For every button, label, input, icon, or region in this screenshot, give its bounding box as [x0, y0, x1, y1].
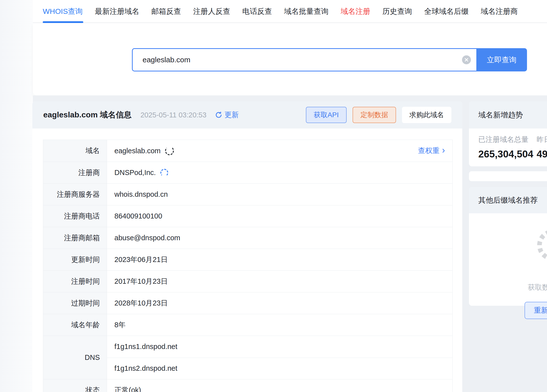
- tab-registrant-reverse[interactable]: 注册人反查: [193, 6, 230, 17]
- row-label: 注册时间: [43, 271, 107, 292]
- updated-date-value: 2023年06月21日: [107, 249, 452, 270]
- domain-age-value: 8年: [107, 314, 452, 336]
- row-label: 注册商: [43, 162, 107, 183]
- domain-info-header: eagleslab.com 域名信息 2025-05-11 03:20:53 更…: [32, 101, 462, 129]
- tab-history-query[interactable]: 历史查询: [382, 6, 412, 17]
- tab-email-reverse[interactable]: 邮箱反查: [151, 6, 181, 17]
- row-label: 注册商服务器: [43, 184, 107, 205]
- clear-input-icon[interactable]: [462, 55, 471, 64]
- chevron-right-icon: ›: [442, 146, 445, 155]
- registrar-phone-value: 864009100100: [107, 205, 452, 227]
- created-date-value: 2017年10月23日: [107, 271, 452, 292]
- dns-server-2: f1g1ns2.dnspod.net: [107, 358, 452, 379]
- check-weight-label: 查权重: [418, 146, 440, 156]
- table-row-registrar: 注册商 DNSPod,Inc.: [43, 162, 452, 183]
- domain-value: eagleslab.com: [114, 147, 161, 155]
- loading-spinner-icon: [165, 146, 174, 155]
- domain-trend-card: 域名新增趋势 已注册域名总量 265,304,504 昨日新增 49,: [469, 101, 547, 166]
- refresh-icon: [215, 111, 222, 119]
- row-label: DNS: [43, 336, 107, 379]
- registrar-email-value: abuse@dnspod.com: [107, 227, 452, 249]
- refresh-label: 更新: [225, 110, 239, 120]
- loading-spinner-icon: [160, 169, 168, 177]
- row-label: 更新时间: [43, 249, 107, 270]
- check-weight-link[interactable]: 查权重 ›: [418, 146, 445, 156]
- retry-fetch-button[interactable]: 重新获取: [525, 302, 547, 319]
- active-tab-underline: [43, 21, 83, 23]
- table-row-dns: DNS f1g1ns1.dnspod.net f1g1ns2.dnspod.ne…: [43, 336, 452, 379]
- row-label: 注册商邮箱: [43, 227, 107, 249]
- table-row-registrar-email: 注册商邮箱 abuse@dnspod.com: [43, 227, 452, 249]
- stat-yesterday-new: 昨日新增 49,: [537, 135, 547, 160]
- custom-data-button[interactable]: 定制数据: [353, 107, 396, 123]
- status-value: 正常(ok): [107, 379, 452, 392]
- stat-label: 已注册域名总量: [478, 135, 533, 145]
- row-label: 域名年龄: [43, 314, 107, 336]
- tab-domain-register[interactable]: 域名注册: [341, 6, 370, 17]
- row-label: 过期时间: [43, 292, 107, 314]
- row-label: 域名: [43, 140, 107, 162]
- domain-search-input[interactable]: [132, 48, 476, 71]
- table-row-updated-date: 更新时间 2023年06月21日: [43, 249, 452, 270]
- search-section: 立即查询: [33, 23, 547, 95]
- stat-value: 49,: [537, 149, 547, 160]
- suffix-recommend-card: 其他后缀域名推荐 获取数据 重新获取: [469, 187, 547, 306]
- trend-card-title: 域名新增趋势: [469, 101, 547, 129]
- tab-phone-reverse[interactable]: 电话反查: [242, 6, 272, 17]
- row-label: 注册商电话: [43, 205, 107, 227]
- loading-spinner-icon: [532, 224, 547, 266]
- search-group: 立即查询: [132, 48, 527, 71]
- get-api-button[interactable]: 获取API: [306, 107, 347, 123]
- tab-newly-registered[interactable]: 最新注册域名: [95, 6, 139, 17]
- buy-domain-button[interactable]: 求购此域名: [402, 107, 451, 123]
- table-row-created-date: 注册时间 2017年10月23日: [43, 270, 452, 292]
- table-row-domain-age: 域名年龄 8年: [43, 314, 452, 336]
- stat-value: 265,304,504: [478, 149, 533, 160]
- tab-whois-query[interactable]: WHOIS查询: [43, 6, 83, 17]
- stat-total-registered: 已注册域名总量 265,304,504: [478, 135, 533, 160]
- domain-info-title: eagleslab.com 域名信息: [43, 109, 131, 120]
- dns-server-1: f1g1ns1.dnspod.net: [107, 336, 452, 358]
- tab-registrar-list[interactable]: 域名注册商: [481, 6, 518, 17]
- expiry-date-value: 2028年10月23日: [107, 292, 452, 314]
- tab-batch-query[interactable]: 域名批量查询: [284, 6, 329, 17]
- registrar-value: DNSPod,Inc.: [114, 169, 156, 177]
- table-row-expiry-date: 过期时间 2028年10月23日: [43, 292, 452, 314]
- whois-server-value: whois.dnspod.cn: [107, 184, 452, 205]
- suffix-card-body: 获取数据 重新获取: [469, 213, 547, 306]
- header-actions: 获取API 定制数据 求购此域名: [306, 107, 451, 123]
- suffix-card-title: 其他后缀域名推荐: [469, 187, 547, 213]
- sidebar-white-bar: [469, 171, 547, 181]
- table-row-domain: 域名 eagleslab.com 查权重 ›: [43, 140, 452, 162]
- query-timestamp: 2025-05-11 03:20:53: [140, 111, 206, 119]
- table-row-registrar-phone: 注册商电话 864009100100: [43, 205, 452, 227]
- refresh-link[interactable]: 更新: [215, 110, 239, 120]
- top-nav: WHOIS查询 最新注册域名 邮箱反查 注册人反查 电话反查 域名批量查询 域名…: [33, 0, 547, 23]
- domain-info-card: eagleslab.com 域名信息 2025-05-11 03:20:53 更…: [32, 101, 462, 392]
- trend-card-body: 已注册域名总量 265,304,504 昨日新增 49,: [469, 129, 547, 166]
- left-margin-strip: [0, 0, 33, 392]
- stat-label: 昨日新增: [537, 135, 547, 145]
- loading-status-text: 获取数据: [528, 283, 547, 292]
- tab-global-suffix[interactable]: 全球域名后缀: [424, 6, 469, 17]
- table-row-whois-server: 注册商服务器 whois.dnspod.cn: [43, 183, 452, 205]
- query-now-button[interactable]: 立即查询: [476, 48, 527, 71]
- table-row-status: 状态 正常(ok): [43, 379, 452, 392]
- whois-info-table: 域名 eagleslab.com 查权重 › 注册商 DNSPod,Inc. 注…: [43, 140, 453, 392]
- row-label: 状态: [43, 379, 107, 392]
